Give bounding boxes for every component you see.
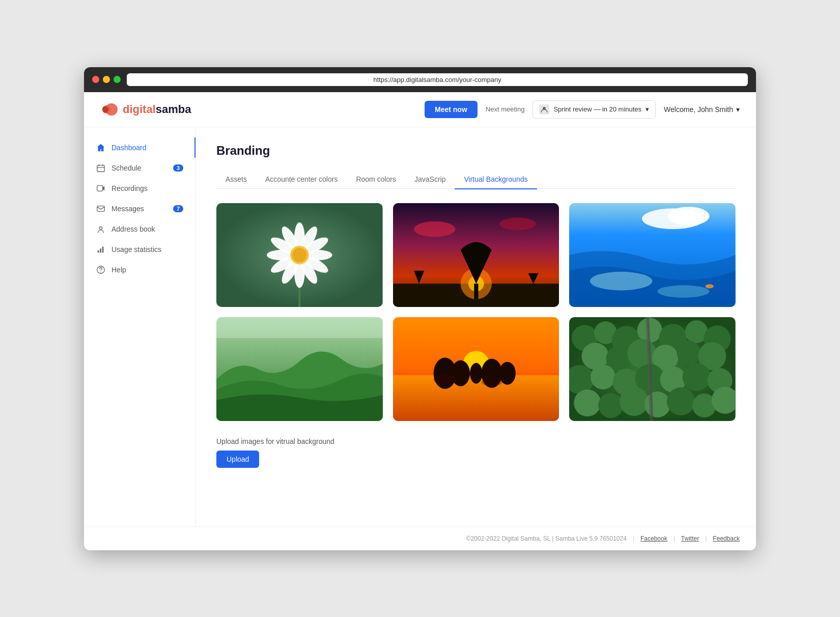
svg-point-28 [292,248,307,263]
svg-point-31 [499,218,536,230]
main-content: Branding Assets Accounte center colors R… [196,127,756,526]
logo: digitalsamba [100,100,416,119]
tab-virtual-backgrounds[interactable]: Virtual Backgrounds [455,170,537,189]
tab-account-center-colors[interactable]: Accounte center colors [256,170,347,189]
sidebar-item-help[interactable]: Help [84,260,195,280]
svg-point-38 [668,207,710,226]
sidebar-item-dashboard[interactable]: Dashboard [84,137,195,158]
svg-point-77 [598,393,623,418]
address-bar[interactable]: https://app.digitalsamba.com/your-compan… [127,73,748,86]
app-header: digitalsamba Meet now Next meeting Sprin… [84,92,756,127]
user-chevron-icon: ▾ [736,105,740,114]
svg-rect-35 [474,284,478,299]
svg-rect-10 [102,246,104,253]
header-actions: Meet now Next meeting Sprint review — in… [425,100,740,119]
backgrounds-grid [216,203,736,421]
svg-rect-43 [216,317,383,338]
bg-card-ocean[interactable] [569,203,736,307]
svg-point-30 [413,221,455,237]
tab-room-colors[interactable]: Room colors [347,170,405,189]
svg-rect-8 [98,250,99,253]
logo-icon [100,100,119,119]
twitter-link[interactable]: Twitter [681,535,699,542]
tab-javascript[interactable]: JavaScrip [405,170,455,189]
calendar-icon [96,163,105,173]
bg-card-forest[interactable] [569,317,736,421]
sidebar-item-messages[interactable]: Messages 7 [84,199,195,219]
minimize-button[interactable] [103,76,110,83]
sidebar-label-recordings: Recordings [111,184,148,192]
browser-chrome: https://app.digitalsamba.com/your-compan… [84,67,756,92]
svg-point-80 [667,387,695,415]
app-body: digitalsamba Meet now Next meeting Sprin… [84,92,756,550]
sidebar-item-recordings[interactable]: Recordings [84,178,195,199]
svg-point-67 [677,341,701,364]
tabs-bar: Assets Accounte center colors Room color… [216,170,736,189]
statistics-icon [96,245,105,254]
page-title: Branding [216,144,736,158]
sidebar-label-usage-statistics: Usage statistics [111,245,161,254]
traffic-lights [92,76,121,83]
svg-point-52 [470,363,482,384]
svg-point-41 [706,284,714,288]
address-book-icon [96,225,105,234]
sidebar-item-usage-statistics[interactable]: Usage statistics [84,239,195,260]
chevron-down-icon: ▾ [646,105,649,113]
svg-point-7 [99,227,102,229]
help-icon [96,265,105,274]
sidebar-label-help: Help [111,266,126,274]
sidebar-label-dashboard: Dashboard [111,144,147,152]
copyright-text: ©2002-2022 Digital Samba, SL | Samba Liv… [466,535,627,542]
meeting-name: Sprint review — in 20 minutes [553,105,641,113]
svg-point-76 [574,389,601,416]
svg-point-12 [100,271,101,272]
svg-point-74 [683,363,711,391]
sidebar-label-address-book: Address book [111,225,155,233]
main-layout: Dashboard Schedule 3 Recordings [84,127,756,526]
welcome-user[interactable]: Welcome, John Smith ▾ [664,105,740,114]
bg-card-hills[interactable] [216,317,383,421]
svg-rect-5 [97,185,103,191]
browser-window: https://app.digitalsamba.com/your-compan… [84,67,756,550]
messages-badge: 7 [173,205,183,212]
svg-rect-4 [97,165,104,172]
svg-point-70 [591,364,615,389]
close-button[interactable] [92,76,99,83]
sidebar: Dashboard Schedule 3 Recordings [84,127,196,526]
meeting-person-icon [539,104,549,115]
logo-text: digitalsamba [123,103,191,116]
svg-point-79 [645,391,670,417]
bg-card-daisy[interactable] [216,203,383,307]
upload-button[interactable]: Upload [216,451,259,468]
sidebar-item-address-book[interactable]: Address book [84,219,195,239]
upload-section: Upload images for vitrual background Upl… [216,437,736,468]
feedback-link[interactable]: Feedback [713,535,740,542]
recordings-icon [96,184,105,193]
fullscreen-button[interactable] [114,76,121,83]
meet-now-button[interactable]: Meet now [425,101,478,118]
svg-rect-6 [97,206,104,211]
welcome-text: Welcome, John Smith [664,105,733,114]
svg-point-2 [102,106,108,113]
bg-card-lake-sunset[interactable] [393,317,559,421]
svg-point-54 [481,378,502,386]
svg-point-40 [658,285,710,297]
home-icon [96,143,105,152]
messages-icon [96,204,105,213]
sidebar-label-schedule: Schedule [111,164,141,172]
svg-point-78 [620,387,649,416]
sidebar-item-schedule[interactable]: Schedule 3 [84,158,195,178]
svg-point-65 [628,339,657,368]
meeting-pill[interactable]: Sprint review — in 20 minutes ▾ [533,100,656,119]
sidebar-label-messages: Messages [111,205,144,213]
tab-assets[interactable]: Assets [216,170,256,189]
svg-point-39 [590,272,652,291]
schedule-badge: 3 [173,164,183,172]
next-meeting-label: Next meeting [486,105,525,113]
bg-card-tree-sunset[interactable] [393,203,559,307]
svg-rect-9 [100,248,101,253]
facebook-link[interactable]: Facebook [640,535,667,542]
upload-label: Upload images for vitrual background [216,437,736,445]
svg-point-53 [433,374,456,384]
app-footer: ©2002-2022 Digital Samba, SL | Samba Liv… [84,526,756,550]
